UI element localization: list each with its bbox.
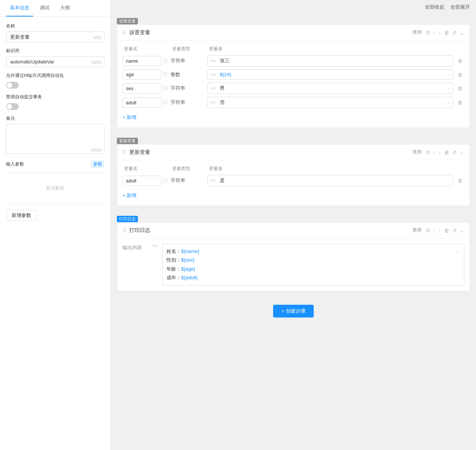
print-log-drag-handle[interactable]: ⠿: [122, 227, 126, 233]
code-icon-name: </>: [208, 59, 218, 63]
update-var-copy-icon[interactable]: ⧉: [426, 149, 430, 155]
set-var-down-icon[interactable]: ↓: [438, 30, 441, 36]
var-value-sex[interactable]: 男: [218, 83, 443, 93]
update-var-badge-wrapper: 更新变量: [111, 134, 476, 144]
print-log-row: 输出内容 </> 姓名：${name} 性别：${sex} 年龄：${age} …: [122, 244, 464, 286]
note-textarea[interactable]: [6, 124, 104, 154]
update-var-delete-icon[interactable]: 🗑: [444, 149, 449, 155]
table-row: ⓘ 整数 </> ${24} ⌄ 🗑: [122, 69, 464, 80]
var-name-input-name[interactable]: [122, 56, 162, 66]
print-log-value-box[interactable]: 姓名：${name} 性别：${sex} 年龄：${age} 成年：${adul…: [162, 244, 464, 286]
set-var-up-icon[interactable]: ↑: [433, 30, 435, 36]
var-type-adult: 字符串: [171, 99, 204, 106]
sidebar: 基本信息 调试 大纲 名称 4/50 标识符 18/50 允许通过Http方式调…: [0, 0, 111, 450]
update-var-type-adult: 字符串: [171, 177, 204, 184]
print-log-title: 打印日志: [129, 227, 408, 234]
name-label: 名称: [6, 23, 104, 29]
set-var-add-row-btn[interactable]: + 新增: [122, 113, 136, 122]
update-var-refresh-icon[interactable]: ↺: [452, 149, 457, 155]
update-var-chevron[interactable]: ⌄: [443, 176, 453, 185]
print-log-copy-icon[interactable]: ⧉: [426, 227, 430, 233]
name-field-wrapper: 4/50: [6, 32, 104, 42]
info-icon-sex[interactable]: ⓘ: [163, 85, 168, 92]
list-item: 姓名：${name}: [166, 247, 460, 256]
print-log-down-icon[interactable]: ↓: [438, 227, 441, 233]
expand-all-button[interactable]: 全部展开: [450, 4, 470, 11]
print-log-block: ⠿ 打印日志 禁用 ⧉ ↑ ↓ 🗑 ↺ ⌄ 输出内容 </> 姓名：${name…: [117, 222, 470, 291]
set-var-refresh-icon[interactable]: ↺: [452, 30, 457, 36]
info-icon-name[interactable]: ⓘ: [163, 58, 168, 64]
print-log-box-chevron[interactable]: ⌄: [452, 246, 462, 257]
update-var-info-icon[interactable]: ⓘ: [163, 178, 168, 184]
tab-outline[interactable]: 大纲: [56, 0, 74, 17]
chevron-sex[interactable]: ⌄: [443, 84, 453, 93]
set-var-badge-wrapper: 设置变量: [111, 14, 476, 24]
update-var-add-row-btn[interactable]: + 新增: [122, 191, 136, 200]
chevron-adult[interactable]: ⌄: [443, 98, 453, 107]
tab-debug[interactable]: 调试: [36, 0, 53, 17]
update-var-up-icon[interactable]: ↑: [433, 149, 435, 155]
transaction-toggle[interactable]: [6, 103, 19, 110]
list-item: 性别：${sex}: [166, 256, 460, 264]
collapse-all-button[interactable]: 全部收起: [425, 4, 444, 11]
table-row: ⓘ 字符串 </> 否 ⌄ 🗑: [122, 97, 464, 108]
update-var-disable-btn[interactable]: 禁用: [411, 148, 423, 156]
name-input[interactable]: [6, 32, 104, 42]
http-toggle[interactable]: [6, 82, 19, 89]
set-var-disable-btn[interactable]: 禁用: [411, 29, 423, 36]
update-var-col-type: 变量类型: [172, 166, 206, 172]
var-value-cell-age: </> ${24} ⌄: [207, 69, 453, 80]
var-value-age[interactable]: ${24}: [218, 70, 443, 79]
update-var-code-icon: </>: [208, 178, 218, 183]
print-log-badge: 打印日志: [117, 216, 138, 222]
delete-icon-adult[interactable]: 🗑: [456, 99, 464, 105]
delete-icon-sex[interactable]: 🗑: [456, 85, 464, 91]
identifier-label: 标识符: [6, 48, 104, 54]
update-var-body: 变量名 变量类型 变量值 ⓘ 字符串 </> 是 ⌄ 🗑 + 新增: [117, 160, 470, 206]
code-icon-adult: </>: [208, 100, 218, 105]
var-name-input-age[interactable]: [122, 69, 162, 80]
note-field-wrapper: 0/500: [6, 124, 104, 155]
var-value-adult[interactable]: 否: [218, 97, 443, 108]
print-log-disable-btn[interactable]: 禁用: [411, 226, 423, 234]
var-value-cell-adult: </> 否 ⌄: [207, 97, 453, 108]
set-var-drag-handle[interactable]: ⠿: [122, 30, 126, 36]
print-log-up-icon[interactable]: ↑: [433, 227, 435, 233]
update-var-name-input-adult[interactable]: [122, 176, 162, 186]
add-param-button[interactable]: 新增参数: [6, 210, 37, 221]
update-var-down-icon[interactable]: ↓: [438, 149, 441, 155]
var-value-name[interactable]: 张三: [218, 56, 443, 66]
set-var-copy-icon[interactable]: ⧉: [426, 29, 430, 36]
delete-icon-age[interactable]: 🗑: [456, 72, 464, 78]
params-tab[interactable]: 参数: [91, 160, 104, 168]
note-counter: 0/500: [91, 148, 101, 152]
delete-icon-name[interactable]: 🗑: [456, 58, 464, 64]
var-name-input-sex[interactable]: [122, 83, 162, 93]
update-var-value-adult[interactable]: 是: [218, 175, 443, 186]
create-step-button[interactable]: + 创建步骤: [273, 305, 313, 318]
set-var-delete-icon[interactable]: 🗑: [444, 30, 449, 36]
main-header: 全部收起 全部展开: [111, 0, 476, 14]
update-var-block: ⠿ 更新变量 禁用 ⧉ ↑ ↓ 🗑 ↺ ⌄ 变量名 变量类型 变量值: [117, 144, 470, 206]
chevron-age[interactable]: ⌄: [443, 70, 453, 79]
update-var-delete-adult[interactable]: 🗑: [456, 178, 464, 184]
update-var-chevron-icon[interactable]: ⌄: [460, 149, 464, 155]
print-log-delete-icon[interactable]: 🗑: [444, 227, 449, 233]
set-var-table-header: 变量名 变量类型 变量值: [122, 46, 464, 52]
tab-basic[interactable]: 基本信息: [6, 0, 33, 17]
var-name-cell-name: ⓘ: [122, 56, 168, 66]
set-var-chevron-icon[interactable]: ⌄: [460, 30, 464, 36]
sidebar-tabs: 基本信息 调试 大纲: [0, 0, 110, 17]
chevron-name[interactable]: ⌄: [443, 57, 453, 65]
print-log-chevron-icon[interactable]: ⌄: [460, 227, 464, 233]
identifier-counter: 18/50: [91, 60, 101, 65]
info-icon-age[interactable]: ⓘ: [163, 71, 168, 78]
set-var-title: 设置变量: [129, 29, 408, 36]
update-var-actions: 禁用 ⧉ ↑ ↓ 🗑 ↺ ⌄: [411, 148, 464, 156]
print-log-refresh-icon[interactable]: ↺: [452, 227, 457, 233]
info-icon-adult[interactable]: ⓘ: [163, 99, 168, 106]
print-log-code-icon: </>: [152, 244, 158, 248]
update-var-drag-handle[interactable]: ⠿: [122, 149, 126, 155]
var-name-input-adult[interactable]: [122, 98, 162, 108]
identifier-input[interactable]: [6, 56, 104, 67]
